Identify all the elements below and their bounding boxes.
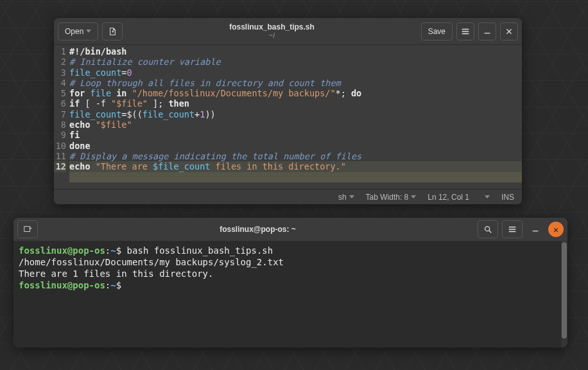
code-token: echo xyxy=(69,161,96,172)
close-button[interactable] xyxy=(500,22,518,40)
code-token: 0 xyxy=(126,67,132,78)
code-token: file_count xyxy=(69,109,121,119)
code-line[interactable]: echo "There are $file_count files in thi… xyxy=(69,161,522,172)
svg-rect-0 xyxy=(24,227,30,232)
code-line-empty[interactable] xyxy=(69,172,522,182)
code-token: file_count xyxy=(69,67,121,78)
code-line[interactable]: echo "$file" xyxy=(69,119,522,130)
code-area[interactable]: #!/bin/bash# Initialize counter variable… xyxy=(68,45,522,189)
code-line[interactable]: # Initialize counter variable xyxy=(69,57,522,67)
editor-title: fosslinux_bash_tips.sh ~/ xyxy=(126,22,417,40)
editor-body[interactable]: 123456789101112 #!/bin/bash# Initialize … xyxy=(54,45,522,189)
code-token: #!/bin/bash xyxy=(69,46,126,57)
chevron-down-icon xyxy=(86,30,91,33)
status-tabwidth[interactable]: Tab Width: 8 xyxy=(366,193,417,202)
code-token: echo xyxy=(69,119,96,130)
code-line[interactable]: fi xyxy=(69,130,522,140)
new-tab-button[interactable] xyxy=(17,220,38,238)
code-token: files in this directory." xyxy=(210,161,345,172)
line-number: 9 xyxy=(54,130,66,140)
line-number: 11 xyxy=(54,151,66,161)
minimize-icon xyxy=(483,27,492,36)
line-number: 5 xyxy=(54,88,66,98)
code-token: )) xyxy=(205,109,215,119)
line-number: 3 xyxy=(54,67,66,78)
line-number: 10 xyxy=(54,141,66,151)
code-token: # Loop through all files in directory an… xyxy=(69,78,341,88)
line-number: 6 xyxy=(54,98,66,109)
prompt-user: fosslinux@pop-os xyxy=(19,245,105,256)
code-token: ]; xyxy=(148,98,169,109)
prompt-command: bash fosslinux_bash_tips.sh xyxy=(127,245,273,256)
prompt-user: fosslinux@pop-os xyxy=(19,280,105,290)
line-number: 7 xyxy=(54,109,66,119)
code-token: then xyxy=(168,98,189,109)
gedit-window: Open fosslinux_bash_tips.sh ~/ Save 1234… xyxy=(54,18,522,204)
code-line[interactable]: file_count=0 xyxy=(69,67,522,78)
editor-statusbar: sh Tab Width: 8 Ln 12, Col 1 INS xyxy=(54,189,522,204)
terminal-prompt-line: fosslinux@pop-os:~$ xyxy=(19,279,562,291)
editor-filename: fosslinux_bash_tips.sh xyxy=(229,22,315,31)
code-line[interactable]: done xyxy=(69,141,522,151)
hamburger-button[interactable] xyxy=(456,22,474,40)
prompt-path: ~ xyxy=(110,280,116,290)
editor-subtitle: ~/ xyxy=(126,31,417,40)
status-lang[interactable]: sh xyxy=(338,193,354,202)
code-token: "/home/fosslinux/Documents/my backups/" xyxy=(132,88,336,98)
line-number-gutter: 123456789101112 xyxy=(54,45,68,189)
line-number: 2 xyxy=(54,57,66,67)
search-button[interactable] xyxy=(478,220,498,238)
close-icon xyxy=(505,27,514,36)
open-button[interactable]: Open xyxy=(58,22,98,40)
line-number: 1 xyxy=(54,46,66,57)
open-label: Open xyxy=(65,27,83,36)
search-icon xyxy=(483,225,492,234)
code-token: for xyxy=(69,88,91,98)
chevron-down-icon xyxy=(349,195,354,198)
code-token: # Initialize counter variable xyxy=(69,57,221,67)
hamburger-button[interactable] xyxy=(502,220,523,238)
code-line[interactable]: #!/bin/bash xyxy=(69,46,522,57)
prompt-path: ~ xyxy=(110,245,116,256)
code-token: $(( xyxy=(126,109,142,119)
code-token: * xyxy=(336,88,341,98)
code-token: done xyxy=(69,141,91,151)
terminal-body[interactable]: fosslinux@pop-os:~$ bash fosslinux_bash_… xyxy=(13,241,567,348)
chevron-down-icon xyxy=(411,195,416,198)
code-token: "There are xyxy=(96,161,153,172)
code-token: ; xyxy=(341,88,351,98)
hamburger-icon xyxy=(508,225,517,234)
close-button[interactable]: ✕ xyxy=(548,222,564,237)
new-tab-button[interactable] xyxy=(102,22,123,40)
terminal-scrollbar-thumb[interactable] xyxy=(562,242,567,339)
code-token: fi xyxy=(69,130,80,140)
minimize-button[interactable] xyxy=(526,220,544,238)
code-token: $file_count xyxy=(153,161,210,172)
terminal-output-line: There are 1 files in this directory. xyxy=(19,268,562,279)
save-button[interactable]: Save xyxy=(421,22,453,40)
status-ins[interactable]: INS xyxy=(501,193,514,202)
code-line[interactable]: # Loop through all files in directory an… xyxy=(69,78,522,88)
terminal-title: fosslinux@pop-os: ~ xyxy=(42,225,474,234)
code-token: "$file" xyxy=(111,98,148,109)
code-line[interactable]: for file in "/home/fosslinux/Documents/m… xyxy=(69,88,522,98)
line-number: 4 xyxy=(54,78,66,88)
terminal-scrollbar[interactable] xyxy=(561,241,567,348)
status-cursor[interactable]: Ln 12, Col 1 xyxy=(428,193,490,202)
hamburger-icon xyxy=(461,27,470,36)
code-token: file xyxy=(91,88,112,98)
code-line[interactable]: file_count=$((file_count+1)) xyxy=(69,109,522,119)
save-label: Save xyxy=(428,27,445,36)
line-number: 8 xyxy=(54,119,66,130)
code-line[interactable]: # Display a message indicating the total… xyxy=(69,151,522,161)
code-line[interactable]: if [ -f "$file" ]; then xyxy=(69,98,522,109)
code-token: in xyxy=(111,88,132,98)
line-number: 12 xyxy=(54,161,66,172)
minimize-button[interactable] xyxy=(478,22,496,40)
terminal-output-line: /home/fosslinux/Documents/my backups/sys… xyxy=(19,256,562,268)
code-token: "$file" xyxy=(96,119,132,130)
code-token: do xyxy=(351,88,361,98)
code-token: [ -f xyxy=(85,98,111,109)
code-token: # Display a message indicating the total… xyxy=(69,151,361,161)
close-icon: ✕ xyxy=(553,225,558,234)
